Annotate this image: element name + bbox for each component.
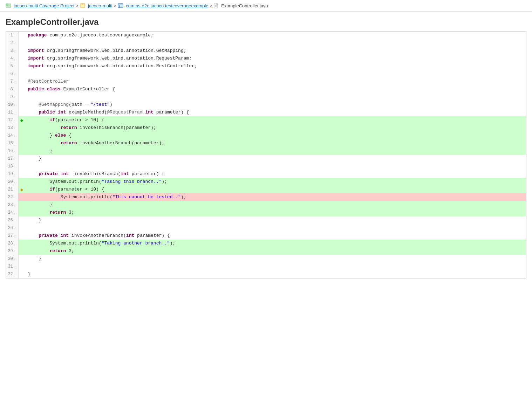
table-row: 29. return 3; — [6, 247, 526, 255]
table-row: 6. — [6, 70, 526, 78]
table-row: 10. @GetMapping(path = "/test") — [6, 101, 526, 109]
breadcrumb-sep-1: > — [76, 3, 79, 8]
coverage-indicator — [19, 147, 25, 155]
code-content: } — [25, 255, 526, 263]
coverage-indicator — [19, 78, 25, 85]
line-number: 28. — [6, 240, 19, 247]
package-icon — [80, 3, 87, 8]
line-number: 25. — [6, 216, 19, 224]
coverage-indicator — [19, 39, 25, 47]
coverage-indicator — [19, 232, 25, 240]
table-row: 7.@RestController — [6, 78, 526, 85]
coverage-indicator — [19, 32, 25, 39]
code-content: } — [25, 155, 526, 163]
code-content: } — [25, 201, 526, 209]
coverage-indicator: ◆ — [19, 116, 25, 124]
code-content: System.out.println("Taking this branch..… — [25, 178, 526, 186]
line-number: 22. — [6, 193, 19, 201]
line-number: 20. — [6, 178, 19, 186]
line-number: 13. — [6, 124, 19, 132]
coverage-indicator — [19, 163, 25, 170]
table-row: 11. public int exampleMethod(@RequestPar… — [6, 109, 526, 116]
line-number: 29. — [6, 247, 19, 255]
coverage-indicator — [19, 155, 25, 163]
table-row: 5.import org.springframework.web.bind.an… — [6, 62, 526, 70]
line-number: 3. — [6, 47, 19, 55]
file-icon — [214, 3, 220, 8]
table-row: 13. return invokeThisBranch(parameter); — [6, 124, 526, 132]
project-icon — [6, 3, 12, 8]
line-number: 18. — [6, 163, 19, 170]
line-number: 16. — [6, 147, 19, 155]
code-content — [25, 263, 526, 270]
coverage-indicator — [19, 124, 25, 132]
table-row: 1.package com.ps.e2e.jacoco.testcoverage… — [6, 32, 526, 39]
coverage-indicator — [19, 270, 25, 278]
line-number: 12. — [6, 116, 19, 124]
table-row: 3.import org.springframework.web.bind.an… — [6, 47, 526, 55]
breadcrumb-link-project[interactable]: jacoco-multi Coverage Project — [14, 3, 74, 8]
coverage-indicator — [19, 70, 25, 78]
code-content — [25, 39, 526, 47]
line-number: 26. — [6, 224, 19, 232]
coverage-indicator — [19, 193, 25, 201]
code-content: if(parameter < 10) { — [25, 186, 526, 193]
table-row: 30. } — [6, 255, 526, 263]
coverage-indicator — [19, 178, 25, 186]
svg-rect-8 — [214, 3, 218, 8]
code-content: import org.springframework.web.bind.anno… — [25, 47, 526, 55]
line-number: 15. — [6, 139, 19, 147]
code-content: private int invokeThisBranch(int paramet… — [25, 170, 526, 178]
code-content: if(parameter > 10) { — [25, 116, 526, 124]
table-row: 8.public class ExampleController { — [6, 85, 526, 93]
code-content: } — [25, 216, 526, 224]
coverage-indicator — [19, 139, 25, 147]
coverage-indicator — [19, 101, 25, 109]
table-row: 20. System.out.println("Taking this bran… — [6, 178, 526, 186]
svg-rect-1 — [6, 4, 8, 5]
coverage-indicator — [19, 170, 25, 178]
line-number: 6. — [6, 70, 19, 78]
code-content: } — [25, 270, 526, 278]
table-row: 19. private int invokeThisBranch(int par… — [6, 170, 526, 178]
breadcrumb-link-module[interactable]: jacoco-multi — [88, 3, 112, 8]
table-row: 16. } — [6, 147, 526, 155]
breadcrumb: jacoco-multi Coverage Project > jacoco-m… — [0, 0, 532, 12]
pkg-icon — [118, 3, 124, 8]
table-row: 18. — [6, 163, 526, 170]
line-number: 24. — [6, 209, 19, 216]
line-number: 4. — [6, 55, 19, 62]
page-title: ExampleController.java — [0, 12, 532, 31]
code-content — [25, 163, 526, 170]
table-row: 9. — [6, 93, 526, 101]
line-number: 23. — [6, 201, 19, 209]
code-content: } else { — [25, 132, 526, 139]
code-content: @RestController — [25, 78, 526, 85]
code-content: public class ExampleController { — [25, 85, 526, 93]
svg-rect-5 — [118, 4, 123, 8]
coverage-indicator — [19, 93, 25, 101]
breadcrumb-sep-2: > — [114, 3, 116, 8]
line-number: 2. — [6, 39, 19, 47]
coverage-indicator — [19, 263, 25, 270]
code-content — [25, 70, 526, 78]
table-row: 21.◆ if(parameter < 10) { — [6, 186, 526, 193]
code-content: System.out.println("Taking another branc… — [25, 240, 526, 247]
line-number: 9. — [6, 93, 19, 101]
table-row: 32.} — [6, 270, 526, 278]
line-number: 14. — [6, 132, 19, 139]
code-content: return invokeAnotherBranch(parameter); — [25, 139, 526, 147]
coverage-indicator — [19, 216, 25, 224]
table-row: 14. } else { — [6, 132, 526, 139]
table-row: 23. } — [6, 201, 526, 209]
code-content: public int exampleMethod(@RequestParam i… — [25, 109, 526, 116]
table-row: 2. — [6, 39, 526, 47]
table-row: 27. private int invokeAnotherBranch(int … — [6, 232, 526, 240]
breadcrumb-link-package[interactable]: com.ps.e2e.jacoco.testcoverageexample — [126, 3, 209, 8]
line-number: 27. — [6, 232, 19, 240]
table-row: 15. return invokeAnotherBranch(parameter… — [6, 139, 526, 147]
line-number: 19. — [6, 170, 19, 178]
code-content: return 3; — [25, 247, 526, 255]
coverage-indicator — [19, 85, 25, 93]
coverage-indicator: ◆ — [19, 186, 25, 193]
